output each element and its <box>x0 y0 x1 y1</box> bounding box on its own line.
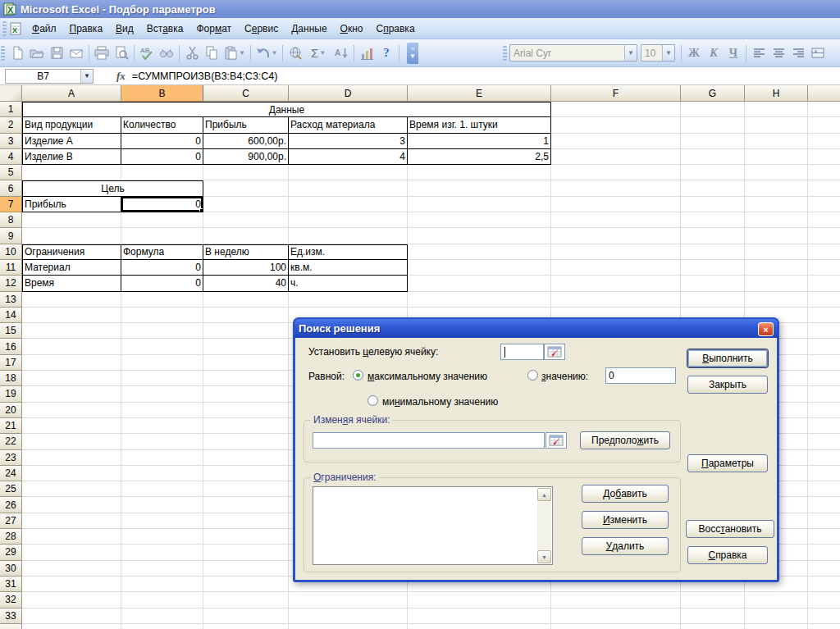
row-header-21[interactable]: 21 <box>0 418 22 434</box>
cell[interactable] <box>681 592 745 608</box>
cell[interactable] <box>551 292 681 308</box>
row-header-22[interactable]: 22 <box>0 434 22 449</box>
chart-button[interactable] <box>357 43 377 63</box>
row-header-17[interactable]: 17 <box>0 355 22 371</box>
cell[interactable] <box>22 212 121 228</box>
fill-handle[interactable] <box>199 208 203 212</box>
cell[interactable] <box>808 418 840 434</box>
cell[interactable] <box>203 355 289 371</box>
target-cell-input[interactable] <box>500 344 544 360</box>
toolbar-drag-handle[interactable] <box>1 46 5 61</box>
cell[interactable] <box>681 117 745 133</box>
cell[interactable] <box>808 466 840 481</box>
cell[interactable] <box>551 134 681 149</box>
column-header-H[interactable]: H <box>745 85 808 102</box>
row-header-18[interactable]: 18 <box>0 371 22 386</box>
cell[interactable] <box>745 117 808 133</box>
cell[interactable]: Изделие B <box>22 149 121 165</box>
cell[interactable] <box>22 339 121 354</box>
row-header-30[interactable]: 30 <box>0 561 22 577</box>
cell[interactable]: 0 <box>121 260 203 276</box>
cell[interactable] <box>681 292 745 308</box>
cell[interactable]: 3 <box>289 134 408 149</box>
cell[interactable] <box>203 339 289 354</box>
save-button[interactable] <box>47 43 66 63</box>
constraints-listbox[interactable]: ▲ ▼ <box>313 486 553 565</box>
row-header-33[interactable]: 33 <box>0 608 22 624</box>
cell[interactable] <box>203 545 289 560</box>
cell[interactable] <box>22 292 121 308</box>
cell[interactable] <box>121 608 203 624</box>
radio-value-of[interactable] <box>527 370 538 381</box>
column-header-C[interactable]: C <box>203 85 289 102</box>
cell[interactable]: Время <box>22 276 121 291</box>
row-header-11[interactable]: 11 <box>0 260 22 276</box>
bold-button[interactable]: Ж <box>684 43 704 63</box>
cell[interactable] <box>203 371 289 386</box>
add-button[interactable]: Добавить <box>582 485 669 503</box>
cell[interactable] <box>681 165 745 180</box>
cell[interactable] <box>745 624 808 629</box>
menu-help[interactable]: Справка <box>369 20 421 38</box>
cell[interactable]: Количество <box>121 117 203 133</box>
cell[interactable] <box>22 355 121 371</box>
radio-max-value[interactable] <box>353 370 363 381</box>
formula-text[interactable]: =СУММПРОИЗВ(B3:B4;C3:C4) <box>132 71 278 82</box>
cell[interactable] <box>551 624 681 629</box>
column-header-D[interactable]: D <box>289 85 408 102</box>
research-button[interactable] <box>157 43 176 63</box>
cell[interactable]: Данные <box>22 102 551 117</box>
cell[interactable] <box>203 403 289 418</box>
cell[interactable]: Цель <box>22 180 203 196</box>
formatting-drag-handle[interactable] <box>503 46 507 61</box>
cell[interactable] <box>289 180 408 196</box>
radio-min-value[interactable] <box>368 395 378 406</box>
row-header-12[interactable]: 12 <box>0 276 22 291</box>
cell[interactable] <box>121 212 203 228</box>
menu-tools[interactable]: Сервис <box>238 20 285 38</box>
cell[interactable] <box>551 592 681 608</box>
cell[interactable] <box>681 276 745 291</box>
row-header-24[interactable]: 24 <box>0 466 22 481</box>
cell[interactable] <box>808 339 840 354</box>
cell[interactable] <box>408 197 551 212</box>
mail-button[interactable] <box>66 43 86 63</box>
row-header-20[interactable]: 20 <box>0 403 22 418</box>
cell[interactable] <box>745 276 808 291</box>
menu-format[interactable]: Формат <box>189 20 238 38</box>
row-header-23[interactable]: 23 <box>0 450 22 466</box>
cell[interactable] <box>121 545 203 560</box>
cell[interactable] <box>681 608 745 624</box>
new-button[interactable] <box>7 43 27 63</box>
row-header-13[interactable]: 13 <box>0 292 22 308</box>
underline-button[interactable]: Ч <box>724 43 743 63</box>
workbook-icon[interactable]: X <box>9 22 22 35</box>
cell[interactable] <box>745 180 808 196</box>
cell[interactable] <box>808 134 840 149</box>
cut-button[interactable] <box>182 43 202 63</box>
help-button[interactable]: Справка <box>687 546 768 564</box>
cell[interactable]: 100 <box>203 260 289 276</box>
cell[interactable] <box>745 260 808 276</box>
scroll-down-icon[interactable]: ▼ <box>537 550 551 563</box>
target-range-picker-button[interactable] <box>544 344 565 360</box>
cell[interactable] <box>551 149 681 165</box>
cell[interactable] <box>289 197 408 212</box>
cell[interactable] <box>808 450 840 466</box>
cell[interactable] <box>681 134 745 149</box>
cell[interactable] <box>681 102 745 117</box>
cell[interactable]: 4 <box>289 149 408 165</box>
cell[interactable] <box>203 180 289 196</box>
cell[interactable] <box>808 386 840 402</box>
cell[interactable] <box>808 481 840 497</box>
cell[interactable] <box>22 403 121 418</box>
cell[interactable] <box>808 323 840 339</box>
cell[interactable] <box>808 165 840 180</box>
cell[interactable] <box>203 497 289 513</box>
cell[interactable] <box>121 529 203 545</box>
cell[interactable] <box>808 102 840 117</box>
cell[interactable] <box>808 561 840 577</box>
cell[interactable] <box>551 228 681 244</box>
cell[interactable] <box>408 276 551 291</box>
menu-data[interactable]: Данные <box>285 20 333 38</box>
